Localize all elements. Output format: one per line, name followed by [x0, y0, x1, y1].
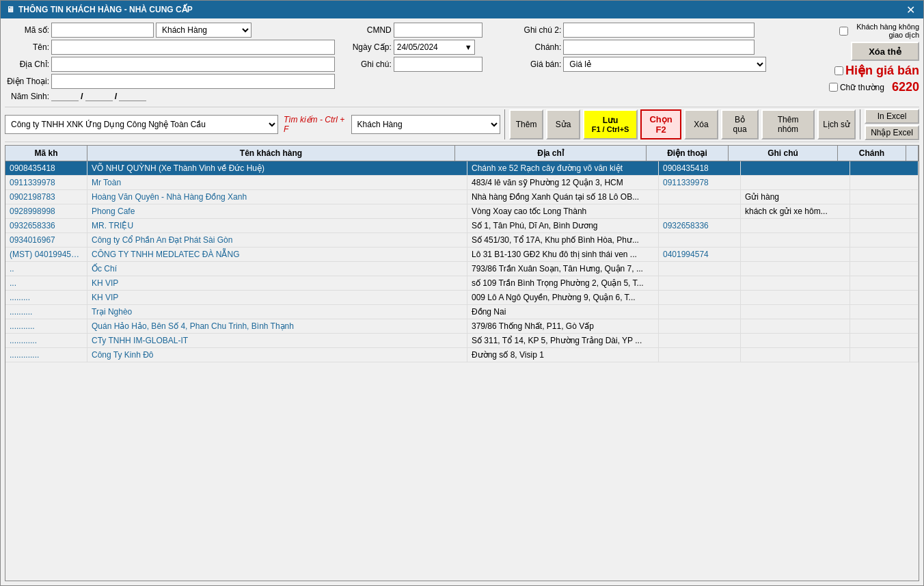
- toolbar: Công ty TNHH XNK Ứng Dụng Công Nghệ Toàn…: [5, 107, 919, 142]
- td-ghi-12: [741, 334, 850, 347]
- in-excel-button[interactable]: In Excel: [865, 109, 919, 124]
- td-dt-0: 0908435418: [659, 161, 741, 175]
- hien-gia-ban-label: Hiện giá bán: [845, 63, 919, 78]
- luu-button[interactable]: Lưu F1 / Ctrl+S: [583, 109, 638, 139]
- ns-day-input[interactable]: [51, 91, 79, 101]
- ghi-chu-label: Ghi chú:: [347, 59, 392, 69]
- table-row[interactable]: 0928998998 Phong Cafe Vòng Xoay cao tốc …: [5, 204, 919, 219]
- table-row[interactable]: .......... Trại Nghèo Đồng Nai: [5, 305, 919, 319]
- khach-hang-khong-checkbox[interactable]: [839, 27, 848, 36]
- khach-hang-khong-row: Khách hàng không giao dịch: [839, 23, 919, 40]
- td-dia-7: 793/86 Trần Xuân Soạn, Tân Hưng, Quận 7,…: [467, 262, 659, 276]
- table-row[interactable]: (MST) 0401994574... CÔNG TY TNHH MEDLATE…: [5, 248, 919, 262]
- separator1: [504, 109, 505, 139]
- td-ten-7: Ốc Chí: [87, 262, 467, 276]
- sua-button[interactable]: Sửa: [546, 109, 580, 139]
- ma-so-input[interactable]: [51, 23, 154, 38]
- form-col2: CMND Ngày Cấp: ▼ Ghi chú:: [347, 23, 503, 101]
- form-col1: Mã số: Khách Hàng Tên: Địa Chỉ: Điện Tho…: [5, 23, 343, 101]
- td-dt-9: [659, 291, 741, 304]
- ngay-cap-input[interactable]: [394, 40, 463, 54]
- table-row[interactable]: 0902198783 Hoàng Văn Quyên - Nhà Hàng Đồ…: [5, 190, 919, 204]
- td-dt-5: [659, 233, 741, 247]
- close-button[interactable]: ✕: [903, 3, 918, 16]
- ten-row: Tên:: [5, 40, 343, 55]
- company-combo[interactable]: Công ty TNHH XNK Ứng Dụng Công Nghệ Toàn…: [5, 115, 278, 134]
- cmnd-label: CMND: [347, 25, 392, 35]
- td-ghi-7: [741, 262, 850, 276]
- calendar-icon[interactable]: ▼: [463, 43, 474, 51]
- td-dia-8: số 109 Trần Bình Trọng Phường 2, Quận 5,…: [467, 276, 659, 290]
- td-ghi-0: [741, 161, 850, 175]
- table-row[interactable]: 0934016967 Công ty Cổ Phần An Đạt Phát S…: [5, 233, 919, 248]
- nhap-excel-button[interactable]: Nhập Excel: [865, 125, 919, 140]
- gia-ban-row: Giá bán: Giá lẻ: [506, 57, 766, 72]
- td-ghi-2: Gửi hàng: [741, 190, 850, 204]
- dia-chi-row: Địa Chỉ:: [5, 57, 343, 72]
- dia-chi-input[interactable]: [51, 57, 335, 72]
- table-row[interactable]: ............ CTy TNHH IM-GLOBAL-IT Số 31…: [5, 334, 919, 348]
- titlebar-title: 🖥 THÔNG TIN KHÁCH HÀNG - NHÀ CUNG CẤP: [6, 5, 193, 14]
- td-ten-11: Quán Hảo Hảo, Bên Số 4, Phan Chu Trinh, …: [87, 319, 467, 333]
- td-ma-6: (MST) 0401994574...: [5, 248, 87, 261]
- td-dt-13: [659, 348, 741, 362]
- td-ten-2: Hoàng Văn Quyên - Nhà Hàng Đồng Xanh: [87, 190, 467, 204]
- ten-input[interactable]: [51, 40, 335, 55]
- td-chanh-7: [850, 262, 919, 276]
- ghi-chu-input[interactable]: [394, 57, 483, 72]
- td-dia-12: Số 311, Tổ 14, KP 5, Phường Trảng Dài, Y…: [467, 334, 659, 347]
- table-row[interactable]: 0908435418 VÕ NHƯ QUỲNH (Xe Thành Vinh v…: [5, 161, 919, 176]
- table-row[interactable]: 0911339978 Mr Toàn 483/4 lê văn sỹ Phườn…: [5, 176, 919, 190]
- xoa-button[interactable]: Xóa: [684, 109, 718, 139]
- ngay-cap-row: Ngày Cấp: ▼: [347, 40, 503, 55]
- dia-chi-label: Địa Chỉ:: [5, 59, 49, 69]
- content-area: Mã số: Khách Hàng Tên: Địa Chỉ: Điện Tho…: [1, 18, 923, 585]
- xoa-the-button[interactable]: Xóa thẻ: [851, 42, 919, 61]
- th-ma-kh: Mã kh: [5, 146, 87, 161]
- them-nhom-button[interactable]: Thêm nhóm: [761, 109, 815, 139]
- ma-so-combo[interactable]: Khách Hàng: [156, 23, 252, 38]
- th-dien-thoai: Điện thoại: [647, 146, 729, 161]
- td-dia-3: Vòng Xoay cao tốc Long Thành: [467, 204, 659, 218]
- search-combo[interactable]: Khách Hàng: [351, 115, 501, 134]
- hien-gia-ban-row: Hiện giá bán: [834, 63, 919, 78]
- td-dt-8: [659, 276, 741, 290]
- table-row[interactable]: .. Ốc Chí 793/86 Trần Xuân Soạn, Tân Hưn…: [5, 262, 919, 276]
- td-dia-10: Đồng Nai: [467, 305, 659, 319]
- hien-gia-ban-checkbox[interactable]: [834, 66, 843, 75]
- chu-thuong-row: Chữ thường 6220: [829, 80, 919, 94]
- gia-ban-combo[interactable]: Giá lẻ: [563, 57, 766, 72]
- th-ten-khach-hang: Tên khách hàng: [87, 146, 455, 161]
- ghi-chu-2-row: Ghi chú 2:: [506, 23, 766, 38]
- slash1: /: [81, 91, 83, 101]
- window-icon: 🖥: [6, 5, 14, 14]
- ns-month-input[interactable]: [85, 91, 113, 101]
- lich-su-button[interactable]: Lịch sử: [817, 109, 856, 139]
- ma-so-row: Mã số: Khách Hàng: [5, 23, 343, 38]
- dien-thoai-input[interactable]: [51, 74, 335, 89]
- chu-thuong-checkbox[interactable]: [829, 83, 838, 92]
- td-ten-13: Công Ty Kinh Đô: [87, 348, 467, 362]
- chu-thuong-label: Chữ thường: [840, 83, 884, 92]
- td-ma-12: ............: [5, 334, 87, 347]
- td-chanh-0: [850, 161, 919, 175]
- them-button[interactable]: Thêm: [509, 109, 543, 139]
- td-ghi-13: [741, 348, 850, 362]
- td-ghi-3: khách ck gửi xe hôm...: [741, 204, 850, 218]
- table-row[interactable]: ... KH VIP số 109 Trần Bình Trọng Phường…: [5, 276, 919, 291]
- cmnd-input[interactable]: [394, 23, 483, 38]
- table-row[interactable]: ......... KH VIP 009 Lô A Ngô Quyền, Phư…: [5, 291, 919, 305]
- table-row[interactable]: ........... Quán Hảo Hảo, Bên Số 4, Phan…: [5, 319, 919, 334]
- ns-year-input[interactable]: [119, 91, 146, 101]
- chon-button[interactable]: Chọn F2: [640, 109, 681, 139]
- separator2: [860, 109, 860, 139]
- table-row[interactable]: 0932658336 MR. TRIỆU Số 1, Tân Phú, Dĩ A…: [5, 219, 919, 233]
- ghi-chu-2-input[interactable]: [563, 23, 755, 38]
- chanh-input[interactable]: [563, 40, 755, 55]
- td-dia-6: Lô 31 B1-130 GĐ2 Khu đô thị sinh thái ve…: [467, 248, 659, 261]
- bo-qua-button[interactable]: Bỏ qua: [721, 109, 759, 139]
- td-ghi-4: [741, 219, 850, 232]
- table-row[interactable]: ............. Công Ty Kinh Đô Đường số 8…: [5, 348, 919, 362]
- td-dia-2: Nhà hàng Đồng Xanh Quán tại số 18 Lô OB.…: [467, 190, 659, 204]
- td-ghi-6: [741, 248, 850, 261]
